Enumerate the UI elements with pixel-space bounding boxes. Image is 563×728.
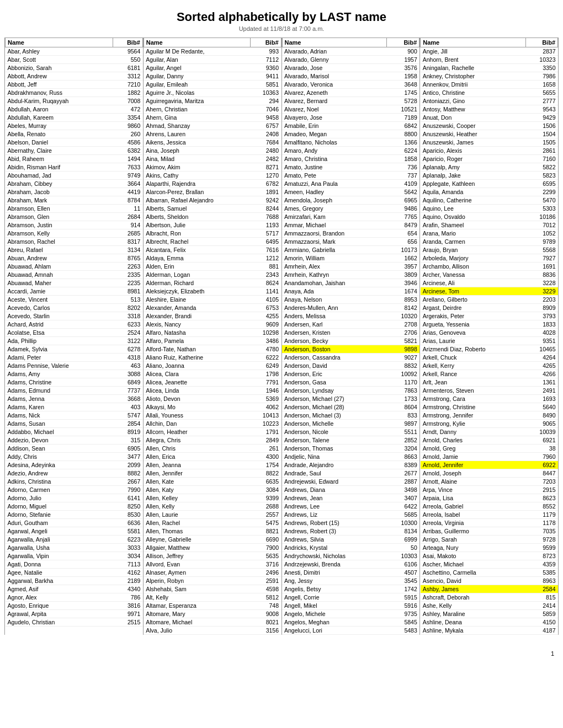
table-row: Abbott, Jeff7210 [6, 81, 143, 89]
runner-name: Aggarwal, Barkha [6, 577, 113, 585]
runner-bib: 3816 [113, 602, 143, 610]
table-row: Alleyne, Gabrielle6690 [144, 536, 281, 544]
runner-name: Agati, Donna [6, 560, 113, 569]
runner-name: Alt, Kelly [144, 593, 251, 602]
runner-name: Anderson, Gasa [282, 378, 386, 387]
runner-bib: 4265 [525, 362, 557, 370]
col-header-name: Name [6, 38, 113, 47]
runner-name: Akimov, Akim [144, 163, 251, 172]
runner-bib: 3648 [386, 81, 419, 89]
runner-name: Andrews, Robert (15) [282, 519, 386, 527]
runner-bib: 7688 [251, 213, 281, 221]
runner-name: Allegra, Chris [144, 436, 251, 445]
table-row: Allchin, Dan10223 [144, 420, 281, 428]
page-footer: 1 [0, 648, 563, 659]
runner-name: Addison, Sean [6, 445, 113, 453]
runner-bib: 4300 [251, 453, 281, 461]
runner-name: Asai, Makoto [421, 552, 526, 560]
runner-bib: 10298 [251, 329, 281, 337]
runner-bib: 1882 [113, 89, 143, 97]
table-row: Abar, Ashley9564 [6, 47, 143, 56]
runner-bib: 1858 [386, 155, 419, 163]
runner-bib: 4255 [251, 312, 281, 320]
runner-name: Arkell, Chuck [421, 354, 526, 362]
runner-bib: 2684 [113, 213, 143, 221]
runner-name: Allen, Erica [144, 453, 251, 461]
runner-bib: 8389 [386, 461, 419, 469]
column-2: NameBib#Aguilar M De Redante,993Aguilar,… [144, 38, 282, 635]
runner-bib: 833 [386, 411, 419, 420]
runner-bib: 3957 [386, 263, 419, 271]
table-row: Amaro, Christina1858 [282, 155, 419, 163]
table-row: Alt, Kelly5812 [144, 593, 281, 602]
runner-bib: 6965 [386, 196, 419, 205]
runner-name: Ahrens, Lauren [144, 130, 251, 138]
table-row: Arpaia, Lisa8623 [421, 494, 558, 502]
runner-name: Araujo, Bryan [421, 246, 526, 254]
runner-bib: 3350 [525, 64, 557, 72]
runner-bib: 5470 [525, 196, 557, 205]
table-row: Aguilar M De Redante,993 [144, 47, 281, 56]
runner-bib: 7927 [525, 254, 557, 263]
runner-name: Ammiano, Gabriella [282, 246, 386, 254]
runner-name: Ammar, Michael [282, 221, 386, 229]
runner-bib: 9860 [113, 122, 143, 130]
runner-bib: 1742 [386, 585, 419, 593]
runner-name: Aplanalp, Amy [421, 163, 526, 172]
runner-bib: 3477 [113, 453, 143, 461]
runner-name: Aguilar, Danny [144, 72, 251, 81]
runner-bib: 3809 [386, 271, 419, 279]
runner-bib: 8530 [113, 511, 143, 519]
table-row: Angelis, Betsy1742 [282, 585, 419, 593]
runner-name: Alva, Julio [144, 627, 251, 635]
runner-name: Anderson, Michael (3) [282, 411, 386, 420]
runner-bib: 6842 [386, 122, 419, 130]
table-row: Abramson, Rachel8317 [6, 238, 143, 246]
runner-name: Allcorn, Heather [144, 428, 251, 436]
runner-name: Anesti, Dimitri [282, 569, 386, 577]
runner-name: Alderman, Richard [144, 279, 251, 287]
runner-name: Aguirre Jr., Nicolas [144, 89, 251, 97]
runner-name: Amrhein, Alex [282, 263, 386, 271]
table-row: Alvarado, Glenny1957 [282, 56, 419, 64]
table-row: Arellano, Gilberto2203 [421, 296, 558, 304]
runner-name: Anaya, Nelson [282, 296, 386, 304]
runner-bib: 50 [386, 544, 419, 552]
table-row: Altamar, Esperanza748 [144, 602, 281, 610]
runner-bib: 10363 [251, 89, 281, 97]
runner-bib: 3498 [386, 486, 419, 494]
runner-bib: 5475 [251, 519, 281, 527]
table-row: Aina, Milad2482 [144, 155, 281, 163]
runner-bib: 463 [113, 362, 143, 370]
runner-bib: 6690 [251, 536, 281, 544]
runner-bib: 4187 [525, 627, 557, 635]
table-row: Antosy, Matthew9543 [421, 105, 558, 114]
runner-bib: 2591 [251, 577, 281, 585]
table-row: Albrecht, Rachel6495 [144, 238, 281, 246]
runner-bib: 6422 [386, 502, 419, 511]
runner-name: Abramson, Ellen [6, 205, 113, 213]
runner-name: Adesina, Adeyinka [6, 461, 113, 469]
table-row: Antoniazzi, Gino2777 [421, 97, 558, 105]
runner-bib: 4507 [386, 569, 419, 577]
table-row: Anaya, Nelson8953 [282, 296, 419, 304]
runner-bib: 993 [251, 47, 281, 56]
runner-bib: 1733 [386, 395, 419, 403]
table-row: Andrzejewski, Brenda6106 [282, 560, 419, 569]
runner-name: Andrews, Robert (3) [282, 527, 386, 536]
runner-name: Abernathy, Claire [6, 147, 113, 155]
table-row: Amrhein, Kathryn3809 [282, 271, 419, 279]
runner-bib: 1958 [386, 72, 419, 81]
runner-name: Andrzejewski, Brenda [282, 560, 386, 569]
table-row: Andrade, Saul2677 [282, 469, 419, 478]
runner-name: Abdullah, Aaron [6, 105, 113, 114]
runner-bib: 3088 [113, 370, 143, 378]
runner-bib: 1693 [525, 395, 557, 403]
table-row: Aleshire, Elaine4105 [144, 296, 281, 304]
table-row: Andrews, Silvia6999 [282, 536, 419, 544]
table-row: Anderson, Michelle9897 [282, 420, 419, 428]
table-row: Andersen, Karl2708 [282, 320, 419, 329]
table-row: Abdul-Karim, Ruqayyah7008 [6, 97, 143, 105]
runner-bib: 4105 [251, 296, 281, 304]
runner-name: Aina, Milad [144, 155, 251, 163]
